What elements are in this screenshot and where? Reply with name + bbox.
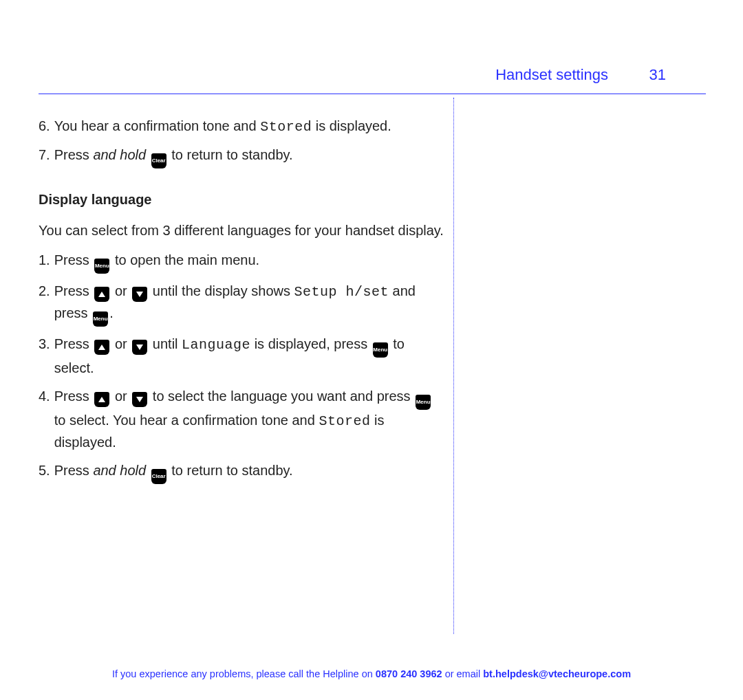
text: is displayed. [312,118,391,133]
emphasis: and hold [93,147,146,162]
step-number: 3. [39,333,50,379]
dl-step-4: 4. Press or to select the language you w… [39,386,444,453]
text: Press [54,463,94,478]
text: Press [54,147,94,162]
step-text: Press or until the display shows Setup h… [54,281,444,327]
up-key-icon [94,392,109,407]
footer-phone: 0870 240 3962 [376,668,442,679]
menu-key-icon: Menu [373,342,388,358]
step-number: 5. [39,460,50,484]
step-6: 6. You hear a confirmation tone and Stor… [39,116,444,138]
page: Handset settings 31 6. You hear a confir… [0,0,743,700]
dl-step-1: 1. Press Menu to open the main menu. [39,250,444,274]
step-number: 6. [39,116,50,138]
menu-key-icon: Menu [94,259,109,274]
step-number: 2. [39,281,50,327]
down-key-icon [132,392,147,407]
step-text: Press and hold Clear to return to standb… [54,460,444,484]
text: to open the main menu. [111,252,259,267]
dl-step-2: 2. Press or until the display shows Setu… [39,281,444,327]
text: to return to standby. [171,147,292,162]
step-number: 1. [39,250,50,274]
header-title: Handset settings [495,66,608,84]
screen-text-stored: Stored [260,119,312,135]
section-intro: You can select from 3 different language… [39,220,444,241]
up-key-icon [94,287,109,302]
step-text: Press or to select the language you want… [54,386,444,453]
text: You hear a confirmation tone and [54,118,260,133]
step-text: Press Menu to open the main menu. [54,250,444,274]
text: Press [54,252,94,267]
up-key-icon [94,340,109,355]
text: to return to standby. [171,463,292,478]
text: Press [54,336,94,351]
menu-key-icon: Menu [416,395,431,410]
clear-key-icon: Clear [151,469,166,484]
text: until the display shows [149,283,294,298]
dl-step-5: 5. Press and hold Clear to return to sta… [39,460,444,484]
step-text: You hear a confirmation tone and Stored … [54,116,444,138]
screen-text-language: Language [182,337,250,353]
text: is displayed, press [250,336,372,351]
text: to select the language you want and pres… [149,389,414,404]
down-key-icon [132,340,147,355]
text: or [111,283,131,298]
step-number: 7. [39,144,50,168]
down-key-icon [132,287,147,302]
footer-text: If you experience any problems, please c… [112,668,376,679]
text: until [149,336,182,351]
text: Press [54,283,94,298]
header-rule [39,94,706,94]
page-number: 31 [649,66,666,84]
page-footer: If you experience any problems, please c… [0,668,743,679]
text: to select. You hear a confirmation tone … [54,413,319,428]
text: Press [54,389,94,404]
step-text: Press or until Language is displayed, pr… [54,333,444,379]
section-heading-display-language: Display language [39,189,444,210]
emphasis: and hold [93,463,146,478]
page-header: Handset settings 31 [39,66,704,87]
footer-text: or email [442,668,484,679]
step-text: Press and hold Clear to return to standb… [54,144,444,168]
clear-key-icon: Clear [151,153,166,168]
column-divider [453,98,454,634]
menu-key-icon: Menu [93,311,108,327]
text: or [111,336,131,351]
footer-email: bt.helpdesk@vtecheurope.com [483,668,631,679]
screen-text-stored: Stored [319,413,370,429]
dl-step-3: 3. Press or until Language is displayed,… [39,333,444,379]
main-column: 6. You hear a confirmation tone and Stor… [39,116,444,491]
step-7: 7. Press and hold Clear to return to sta… [39,144,444,168]
text: or [111,389,131,404]
screen-text-setup: Setup h/set [294,284,389,300]
step-number: 4. [39,386,50,453]
text: . [109,305,114,320]
